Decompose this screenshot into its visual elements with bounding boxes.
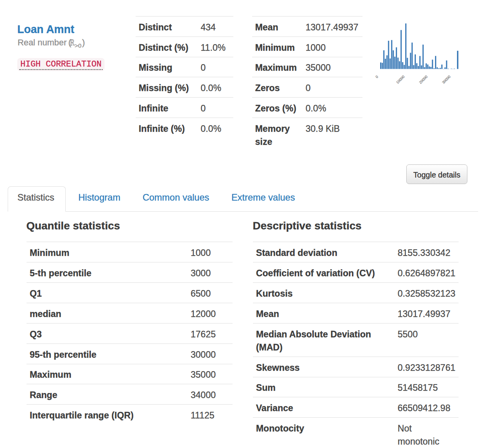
svg-text:30000: 30000: [441, 75, 451, 85]
svg-text:0: 0: [374, 75, 379, 79]
svg-text:10000: 10000: [395, 75, 405, 85]
svg-text:20000: 20000: [418, 75, 428, 85]
